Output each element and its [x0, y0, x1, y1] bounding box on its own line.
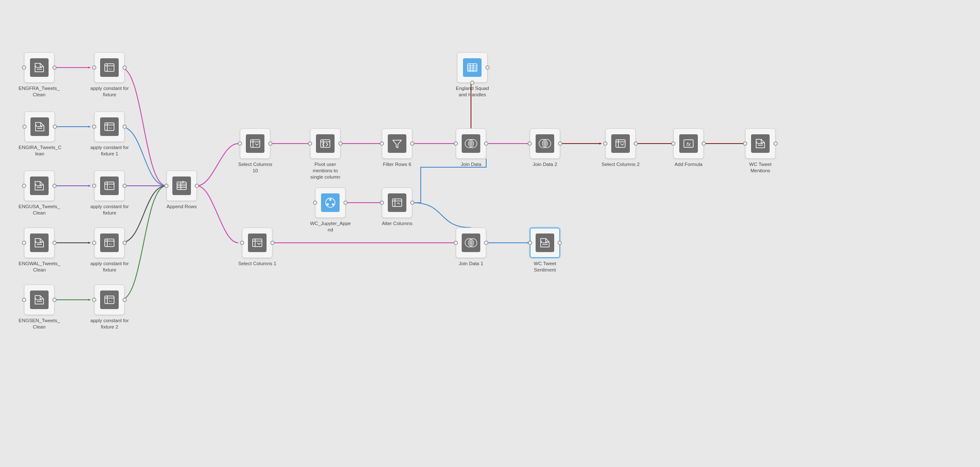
port-left-appendrows[interactable] — [164, 184, 169, 188]
port-left-engira[interactable] — [22, 125, 27, 129]
node-wctweetsentiment[interactable]: WC TweetSentiment — [530, 228, 560, 273]
node-appendrows[interactable]: Append Rows — [166, 171, 197, 210]
port-right-wctweetmentions[interactable] — [773, 141, 778, 146]
port-right-const4[interactable] — [122, 241, 127, 245]
port-right-const5[interactable] — [122, 298, 127, 302]
port-left-engwal[interactable] — [22, 241, 26, 245]
node-englandsquad[interactable]: England Squadand Handles — [456, 52, 489, 98]
port-right-engira[interactable] — [53, 125, 57, 129]
port-right-joindata[interactable] — [484, 141, 488, 146]
node-label-engusa: ENGUSA_Tweets_Clean — [19, 204, 60, 216]
port-right-selectcols2[interactable] — [634, 141, 638, 146]
port-left-const3[interactable] — [92, 184, 96, 188]
port-right-wctweetsentiment[interactable] — [558, 241, 562, 245]
port-left-joindata1[interactable] — [454, 241, 458, 245]
node-label-engira: ENGIRA_Tweets_Clean — [19, 144, 61, 157]
node-box-selectcols10 — [240, 128, 270, 159]
node-label-const3: apply constant forfixture — [90, 204, 129, 216]
svg-point-68 — [327, 204, 329, 206]
node-label-engfra: ENGFRA_Tweets_Clean — [19, 85, 60, 98]
port-left-pivotuser[interactable] — [308, 141, 312, 146]
port-left-engfra[interactable] — [22, 65, 26, 70]
port-right-addformula[interactable] — [702, 141, 706, 146]
node-selectcols2[interactable]: Select Columns 2 — [602, 128, 640, 168]
port-left-const1[interactable] — [92, 65, 96, 70]
port-right-pivotuser[interactable] — [338, 141, 343, 146]
node-joindata[interactable]: Join Data — [456, 128, 486, 168]
port-left-altercolumns[interactable] — [380, 201, 384, 205]
node-engusa[interactable]: ENGUSA_Tweets_Clean — [19, 171, 60, 216]
port-right-engsen[interactable] — [52, 298, 57, 302]
node-label-wctweetsentiment: WC TweetSentiment — [534, 261, 556, 273]
svg-point-67 — [332, 204, 334, 206]
port-right-const1[interactable] — [122, 65, 127, 70]
port-right-engusa[interactable] — [52, 184, 57, 188]
node-const4[interactable]: c↓apply constant forfixture — [90, 228, 129, 273]
node-pivotuser[interactable]: Pivot usermentions tosingle column — [310, 128, 340, 180]
port-left-jupyterappend[interactable] — [313, 201, 317, 205]
node-engwal[interactable]: ENGWAL_Tweets_Clean — [19, 228, 60, 273]
node-box-wctweetsentiment — [530, 228, 560, 258]
node-box-const5: c↓ — [94, 285, 125, 315]
node-engira[interactable]: ENGIRA_Tweets_Clean — [19, 111, 61, 157]
svg-text:c↓: c↓ — [109, 242, 112, 246]
port-left-addformula[interactable] — [671, 141, 675, 146]
svg-marker-56 — [393, 140, 401, 148]
node-const3[interactable]: c↓apply constant forfixture — [90, 171, 129, 216]
node-filterrows6[interactable]: Filter Rows 6 — [382, 128, 412, 168]
port-left-selectcols1[interactable] — [240, 241, 244, 245]
port-right-joindata2[interactable] — [558, 141, 562, 146]
port-right-const2[interactable] — [122, 125, 127, 129]
node-const1[interactable]: c↓apply constant forfixture — [90, 52, 129, 98]
node-label-pivotuser: Pivot usermentions tosingle column — [310, 161, 340, 180]
port-right-engwal[interactable] — [52, 241, 57, 245]
port-right-selectcols1[interactable] — [270, 241, 275, 245]
port-left-const5[interactable] — [92, 298, 96, 302]
node-altercolumns[interactable]: Alter Columns — [382, 187, 412, 227]
port-left-selectcols10[interactable] — [238, 141, 242, 146]
port-left-engsen[interactable] — [22, 298, 26, 302]
port-left-wctweetsentiment[interactable] — [528, 241, 532, 245]
node-box-engwal — [24, 228, 54, 258]
port-right-engfra[interactable] — [52, 65, 57, 70]
node-label-jupyterappend: WC_Jupyter_Append — [310, 220, 351, 233]
node-box-engira — [24, 111, 55, 142]
node-label-appendrows: Append Rows — [166, 204, 197, 210]
node-engfra[interactable]: ENGFRA_Tweets_Clean — [19, 52, 60, 98]
node-selectcols1[interactable]: Select Columns 1 — [238, 228, 276, 267]
port-right-selectcols10[interactable] — [268, 141, 272, 146]
node-jupyterappend[interactable]: WC_Jupyter_Append — [310, 187, 351, 233]
port-bottom-englandsquad[interactable] — [470, 81, 474, 85]
node-addformula[interactable]: fxAdd Formula — [673, 128, 704, 168]
node-box-filterrows6 — [382, 128, 412, 159]
node-box-englandsquad — [457, 52, 487, 83]
port-right-altercolumns[interactable] — [410, 201, 414, 205]
port-left-filterrows6[interactable] — [380, 141, 384, 146]
node-joindata2[interactable]: Join Data 2 — [530, 128, 560, 168]
port-left-engusa[interactable] — [22, 184, 26, 188]
workflow-canvas[interactable]: ENGFRA_Tweets_Cleanc↓apply constant forf… — [0, 0, 980, 467]
port-right-englandsquad[interactable] — [485, 65, 490, 70]
port-left-const2[interactable] — [92, 125, 96, 129]
node-joindata1[interactable]: Join Data 1 — [456, 228, 486, 267]
node-engsen[interactable]: ENGSEN_Tweets_Clean — [19, 285, 60, 330]
port-left-const4[interactable] — [92, 241, 96, 245]
port-left-joindata2[interactable] — [528, 141, 532, 146]
node-box-jupyterappend — [315, 187, 346, 218]
svg-rect-53 — [321, 140, 330, 147]
port-right-joindata1[interactable] — [484, 241, 488, 245]
node-box-joindata — [456, 128, 486, 159]
port-left-joindata[interactable] — [454, 141, 458, 146]
node-const5[interactable]: c↓apply constant forfixture 2 — [90, 285, 129, 330]
port-left-wctweetmentions[interactable] — [743, 141, 747, 146]
node-const2[interactable]: c↓apply constant forfixture 1 — [90, 111, 129, 157]
node-selectcols10[interactable]: Select Columns10 — [238, 128, 272, 174]
node-label-englandsquad: England Squadand Handles — [456, 85, 489, 98]
port-right-appendrows[interactable] — [195, 184, 199, 188]
port-left-selectcols2[interactable] — [603, 141, 607, 146]
port-right-jupyterappend[interactable] — [343, 201, 348, 205]
node-box-const3: c↓ — [94, 171, 125, 201]
port-right-const3[interactable] — [122, 184, 127, 188]
port-right-filterrows6[interactable] — [410, 141, 414, 146]
node-wctweetmentions[interactable]: WC TweetMentions — [745, 128, 776, 174]
